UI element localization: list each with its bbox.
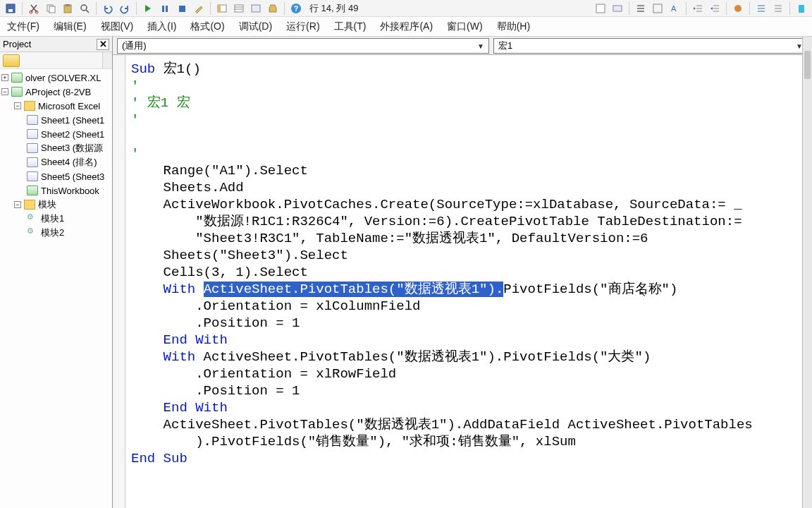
menu-bar: 文件(F) 编辑(E) 视图(V) 插入(I) 格式(O) 调试(D) 运行(R… <box>0 17 812 37</box>
save-icon[interactable] <box>3 1 18 16</box>
toolbar-icon-d[interactable] <box>650 1 665 16</box>
stop-icon[interactable] <box>174 1 190 16</box>
undo-icon[interactable] <box>100 1 116 16</box>
svg-rect-10 <box>162 6 164 12</box>
menu-run[interactable]: 运行(R) <box>279 17 326 36</box>
svg-rect-22 <box>613 6 622 11</box>
tree-node-excel-objects[interactable]: −Microsoft Excel <box>0 99 112 113</box>
svg-text:A: A <box>671 4 677 13</box>
project-title: Project <box>3 39 31 49</box>
mini-scrollbar[interactable] <box>102 52 112 68</box>
svg-text:?: ? <box>294 4 299 13</box>
tree-node-solver[interactable]: +olver (SOLVER.XL <box>0 71 112 85</box>
menu-view[interactable]: 视图(V) <box>94 17 141 36</box>
object-browser-icon[interactable] <box>248 1 264 16</box>
tree-node-module1[interactable]: 模块1 <box>0 212 112 226</box>
toolbar-icon-b[interactable] <box>610 1 625 16</box>
code-margin[interactable] <box>113 55 125 508</box>
outdent-icon[interactable] <box>707 1 722 16</box>
code-editor[interactable]: Sub 宏1() ' ' 宏1 宏 ' ' Range("A1").Select… <box>125 55 812 508</box>
tree-node-thisworkbook[interactable]: ThisWorkbook <box>0 183 112 198</box>
tree-node-sheet2[interactable]: Sheet2 (Sheet1 <box>0 127 112 141</box>
run-icon[interactable] <box>140 1 156 16</box>
tree-node-sheet1[interactable]: Sheet1 (Sheet1 <box>0 113 112 127</box>
menu-format[interactable]: 格式(O) <box>183 17 231 36</box>
toolbar-icon-c[interactable] <box>633 1 648 16</box>
svg-rect-11 <box>166 6 168 12</box>
tree-node-vbaproject[interactable]: −AProject (8-2VB <box>0 85 112 99</box>
menu-tools[interactable]: 工具(T) <box>327 17 374 36</box>
copy-icon[interactable] <box>43 1 59 16</box>
menu-debug[interactable]: 调试(D) <box>232 17 279 36</box>
tree-node-modules[interactable]: −模块 <box>0 198 112 212</box>
tree-node-sheet5[interactable]: Sheet5 (Sheet3 <box>0 169 112 183</box>
design-mode-icon[interactable] <box>191 1 207 16</box>
svg-rect-15 <box>235 5 243 12</box>
folder-icon[interactable] <box>3 54 20 67</box>
toolbar-icon-e[interactable]: A <box>667 1 682 16</box>
cursor-position: 行 14, 列 49 <box>309 2 358 15</box>
menu-help[interactable]: 帮助(H) <box>490 17 537 36</box>
chevron-down-icon: ▼ <box>477 42 484 50</box>
uncomment-block-icon[interactable] <box>770 1 786 16</box>
close-icon[interactable]: ✕ <box>97 39 109 50</box>
svg-rect-41 <box>799 5 804 13</box>
pause-icon[interactable] <box>157 1 173 16</box>
toolbox-icon[interactable] <box>265 1 281 16</box>
bookmark-icon[interactable] <box>794 1 809 16</box>
help-icon[interactable]: ? <box>288 1 304 16</box>
main-toolbar: ? 行 14, 列 49 A <box>0 0 812 17</box>
tree-node-sheet3[interactable]: Sheet3 (数据源 <box>0 141 112 155</box>
indent-icon[interactable] <box>690 1 706 16</box>
menu-insert[interactable]: 插入(I) <box>140 17 183 36</box>
svg-line-9 <box>86 10 89 13</box>
svg-rect-18 <box>252 5 260 12</box>
menu-file[interactable]: 文件(F) <box>0 17 47 36</box>
project-toolbar <box>0 52 112 69</box>
find-icon[interactable] <box>77 1 92 16</box>
svg-rect-5 <box>49 6 55 13</box>
svg-point-8 <box>81 5 87 11</box>
properties-icon[interactable] <box>231 1 247 16</box>
project-explorer-icon[interactable] <box>214 1 230 16</box>
svg-rect-7 <box>66 4 70 6</box>
svg-rect-21 <box>596 4 605 13</box>
breakpoint-icon[interactable] <box>730 1 746 16</box>
project-tree[interactable]: +olver (SOLVER.XL −AProject (8-2VB −Micr… <box>0 69 112 508</box>
vertical-scrollbar[interactable] <box>802 37 812 508</box>
toolbar-icon-a[interactable] <box>593 1 608 16</box>
menu-edit[interactable]: 编辑(E) <box>47 17 94 36</box>
svg-rect-14 <box>218 5 221 12</box>
svg-rect-26 <box>653 4 662 13</box>
paste-icon[interactable] <box>60 1 75 16</box>
procedure-dropdown[interactable]: 宏1 ▼ <box>493 38 808 54</box>
tree-node-sheet4[interactable]: Sheet4 (排名) <box>0 155 112 169</box>
comment-block-icon[interactable] <box>753 1 769 16</box>
svg-rect-12 <box>179 6 185 12</box>
menu-addins[interactable]: 外接程序(A) <box>373 17 440 36</box>
object-dropdown[interactable]: (通用) ▼ <box>117 38 489 54</box>
svg-rect-1 <box>8 9 13 12</box>
tree-node-module2[interactable]: 模块2 <box>0 226 112 240</box>
cut-icon[interactable] <box>26 1 42 16</box>
object-dropdown-value: (通用) <box>122 40 147 52</box>
redo-icon[interactable] <box>117 1 133 16</box>
svg-point-34 <box>734 5 742 12</box>
project-explorer: Project ✕ +olver (SOLVER.XL −AProject (8… <box>0 37 113 508</box>
procedure-dropdown-value: 宏1 <box>498 40 512 52</box>
selected-text: ActiveSheet.PivotTables("数据透视表1"). <box>204 282 504 297</box>
menu-window[interactable]: 窗口(W) <box>440 17 490 36</box>
code-pane: (通用) ▼ 宏1 ▼ Sub 宏1() ' ' 宏1 宏 ' ' Range(… <box>113 37 812 508</box>
